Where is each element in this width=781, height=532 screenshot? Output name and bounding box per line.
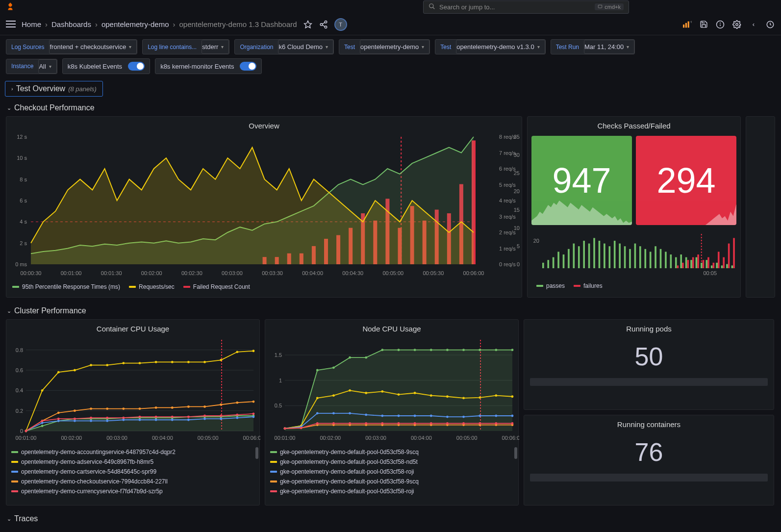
svg-point-243 [462,349,465,351]
toggle-switch[interactable] [240,62,256,71]
legend-swatch [11,490,18,492]
legend-item[interactable]: passes [536,282,565,289]
svg-text:+: + [690,21,692,25]
svg-rect-122 [713,263,715,268]
svg-text:00:04:00: 00:04:00 [152,435,173,441]
svg-rect-124 [723,257,725,268]
svg-point-181 [139,419,141,421]
svg-rect-115 [677,265,679,268]
svg-text:0.6: 0.6 [16,367,23,373]
user-avatar[interactable]: T [334,18,347,31]
svg-point-294 [316,422,319,425]
svg-point-195 [122,407,125,410]
breadcrumb-home[interactable]: Home [22,20,41,28]
svg-point-264 [316,412,319,414]
menu-toggle-button[interactable] [6,21,16,28]
legend-item[interactable]: gke-opentelemetry-demo-default-pool-0d53… [270,477,513,486]
legend-item[interactable]: 95th Percentile Response Times (ms) [12,283,120,290]
global-search-input[interactable]: Search or jump to... cmd+k [423,0,629,14]
toggle-k8s-kernel[interactable]: k8s kernel-monitor Events [155,58,262,74]
stat-bar [530,378,768,386]
svg-point-179 [106,420,108,422]
info-button[interactable] [715,20,725,29]
var-instance[interactable]: Instance All▾ [6,59,57,74]
share-button[interactable] [319,20,328,29]
var-test-run[interactable]: Test Run Mar 11, 24:00▾ [551,39,635,54]
svg-text:00:05:00: 00:05:00 [456,435,478,441]
legend-item[interactable]: gke-opentelemetry-demo-default-pool-0d53… [270,447,513,457]
svg-point-172 [236,351,238,353]
svg-text:8 s: 8 s [20,177,27,182]
svg-point-299 [398,422,400,425]
var-test[interactable]: Test opentelemetry-demo▾ [339,39,430,54]
scrollbar-thumb[interactable] [255,447,258,459]
chart-node-cpu[interactable]: 0.511.500:01:0000:02:0000:03:0000:04:000… [265,335,519,444]
legend-item[interactable]: opentelemetry-demo-cartservice-54d845645… [11,467,254,477]
svg-text:00:01:00: 00:01:00 [61,270,82,276]
svg-point-272 [446,416,449,418]
svg-rect-113 [726,264,728,268]
var-log-sources[interactable]: Log Sources frontend + checkoutservice▾ [6,39,137,54]
svg-point-199 [187,405,190,408]
row-checkout-performance[interactable]: ⌄ Checkout Performance [0,100,781,116]
chevron-down-icon: ⌄ [7,516,11,522]
legend-item[interactable]: Failed Request Count [183,283,250,290]
chevron-right-icon: › [95,20,98,28]
svg-rect-2 [599,5,603,8]
row-cluster-performance[interactable]: ⌄ Cluster Performance [0,303,781,319]
row-traces[interactable]: ⌄ Traces [0,510,781,527]
legend-item[interactable]: Requests/sec [129,283,175,290]
search-placeholder: Search or jump to... [439,3,495,11]
add-panel-button[interactable]: + [682,20,692,29]
var-organization[interactable]: Organization k6 Cloud Demo▾ [234,39,334,54]
save-button[interactable] [699,20,708,29]
var-log-line[interactable]: Log line contains... stderr▾ [142,39,229,54]
svg-point-207 [74,418,76,420]
legend-swatch [11,461,18,463]
svg-point-182 [155,419,157,421]
svg-text:00:03:00: 00:03:00 [222,270,243,276]
chart-overview[interactable]: 0 ms2 s4 s6 s8 s10 s12 s0 req/s1 req/s2 … [6,132,523,279]
svg-text:00:01:00: 00:01:00 [16,435,37,441]
svg-point-194 [106,407,108,410]
svg-rect-119 [697,254,699,268]
time-back-button[interactable]: ‹ [749,20,758,29]
legend-item[interactable]: opentelemetry-demo-accountingservice-648… [11,447,254,457]
legend-item[interactable]: failures [574,282,603,289]
svg-text:5 req/s: 5 req/s [499,182,516,188]
svg-point-160 [41,389,44,392]
toggle-k8s-kubelet[interactable]: k8s Kubelet Events [62,58,150,74]
row-test-overview[interactable]: › Test Overview (8 panels) [5,81,103,97]
svg-rect-110 [711,265,713,268]
svg-text:0.4: 0.4 [16,387,23,393]
legend-item[interactable]: opentelemetry-demo-adservice-649c8967fb-… [11,457,254,467]
legend-swatch [270,471,277,473]
svg-point-178 [90,420,92,422]
svg-point-241 [430,349,432,351]
svg-point-300 [414,422,416,425]
chart-container-cpu[interactable]: 00.20.40.60.800:01:0000:02:0000:03:0000:… [6,335,260,444]
svg-point-269 [398,415,400,417]
legend-item[interactable]: opentelemetry-demo-currencyservice-f7fd4… [11,486,254,496]
time-refresh-button[interactable] [765,20,775,29]
svg-point-193 [90,407,92,410]
svg-point-273 [462,416,465,418]
breadcrumb-dashboards[interactable]: Dashboards [51,20,91,28]
svg-point-251 [349,389,351,392]
legend-item[interactable]: gke-opentelemetry-demo-default-pool-0d53… [270,467,513,477]
chart-checks-timeline[interactable]: 2000:05 [528,229,741,278]
breadcrumb-folder[interactable]: opentelemetry-demo [101,20,169,28]
chevron-right-icon: › [45,20,48,28]
svg-text:0 ms: 0 ms [15,261,27,267]
svg-rect-96 [639,246,641,268]
legend-item[interactable]: gke-opentelemetry-demo-default-pool-0d53… [270,486,513,496]
var-test-version[interactable]: Test opentelemetry-demo v1.3.0▾ [435,39,545,54]
svg-rect-103 [675,257,677,268]
star-button[interactable] [303,20,313,29]
svg-rect-125 [728,244,730,268]
settings-button[interactable] [732,20,742,29]
legend-item[interactable]: gke-opentelemetry-demo-default-pool-0d53… [270,457,513,467]
toggle-switch[interactable] [128,62,145,71]
legend-item[interactable]: opentelemetry-demo-checkoutservice-7994d… [11,477,254,486]
scrollbar-thumb[interactable] [514,447,517,459]
